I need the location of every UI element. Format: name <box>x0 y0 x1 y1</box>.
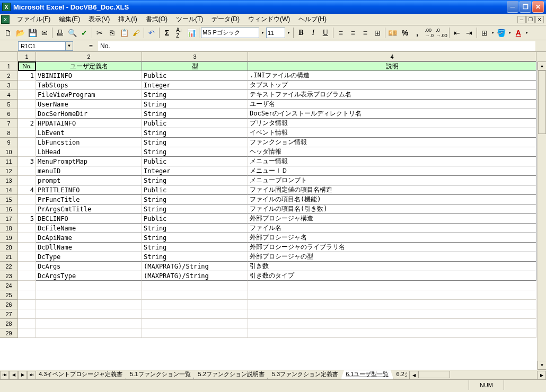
cell[interactable] <box>18 271 36 281</box>
cell[interactable]: String <box>142 224 248 233</box>
cell[interactable]: ファイル固定値の項目名構造 <box>248 185 536 195</box>
row-header[interactable]: 6 <box>0 109 18 119</box>
paste-button[interactable]: 📋 <box>118 27 130 39</box>
cell[interactable] <box>142 281 248 290</box>
cell[interactable]: 外部プロシージャの型 <box>248 252 536 262</box>
row-header[interactable]: 11 <box>0 157 18 166</box>
menu-item[interactable]: ファイル(F) <box>13 14 55 24</box>
cell[interactable] <box>248 281 536 290</box>
cell[interactable]: String <box>142 147 248 157</box>
cell[interactable]: String <box>142 128 248 138</box>
cell[interactable]: 2 <box>18 119 36 128</box>
cell[interactable]: 外部プロシージャのライブラリ名 <box>248 243 536 252</box>
cell[interactable]: Integer <box>142 81 248 90</box>
doc-restore-button[interactable]: ❐ <box>526 16 535 23</box>
cell[interactable]: 5 <box>18 214 36 224</box>
cell[interactable]: .INIファイルの構造 <box>248 71 536 81</box>
row-header[interactable]: 1 <box>0 61 18 71</box>
row-header[interactable]: 10 <box>0 147 18 157</box>
cell[interactable]: DcApiName <box>36 233 142 243</box>
cell[interactable] <box>248 328 536 338</box>
new-button[interactable]: 🗋 <box>2 27 14 39</box>
cell[interactable]: Public <box>142 214 248 224</box>
cell[interactable]: 型 <box>142 61 248 71</box>
col-header-2[interactable]: 2 <box>36 52 142 61</box>
row-header[interactable]: 4 <box>0 90 18 100</box>
cell[interactable]: (MAXPRATG)/String <box>142 271 248 281</box>
cell[interactable]: 引き数 <box>248 262 536 271</box>
font-name-select[interactable] <box>201 28 259 38</box>
menu-item[interactable]: 表示(V) <box>84 14 114 24</box>
vertical-scrollbar[interactable]: ▲ ▼ <box>537 61 546 370</box>
cell[interactable] <box>18 290 36 300</box>
cell[interactable] <box>18 166 36 176</box>
row-header[interactable]: 26 <box>0 300 18 309</box>
cell[interactable]: ユーザ名 <box>248 100 536 109</box>
row-header[interactable]: 17 <box>0 214 18 224</box>
cell[interactable] <box>18 176 36 185</box>
decrease-decimal-button[interactable]: .0→.00 <box>436 27 447 39</box>
cell[interactable]: PRTITLEINFO <box>36 185 142 195</box>
sheet-tab[interactable]: 5.1ファンクション一覧 <box>125 370 195 379</box>
autosum-button[interactable]: Σ <box>161 27 173 39</box>
row-header[interactable]: 28 <box>0 319 18 328</box>
cell[interactable]: String <box>142 90 248 100</box>
cell[interactable] <box>18 90 36 100</box>
cell[interactable]: VBINIINFO <box>36 71 142 81</box>
row-header[interactable]: 21 <box>0 252 18 262</box>
cell[interactable]: LbEvent <box>36 128 142 138</box>
format-painter-button[interactable]: 🖌 <box>130 27 142 39</box>
row-header[interactable]: 13 <box>0 176 18 185</box>
bold-button[interactable]: B <box>295 27 307 39</box>
cell[interactable]: タブストップ <box>248 81 536 90</box>
col-header-3[interactable]: 3 <box>142 52 248 61</box>
row-header[interactable]: 8 <box>0 128 18 138</box>
sort-asc-button[interactable]: A↓Z <box>173 27 185 39</box>
chart-button[interactable]: 📊 <box>186 27 197 39</box>
cell[interactable] <box>36 300 142 309</box>
scroll-down-button[interactable]: ▼ <box>538 361 546 370</box>
cell[interactable]: ヘッダ情報 <box>248 147 536 157</box>
cell[interactable]: Public <box>142 71 248 81</box>
cell[interactable]: ユーザ定義名 <box>36 61 142 71</box>
cell[interactable]: ファイル名 <box>248 224 536 233</box>
row-header[interactable]: 5 <box>0 100 18 109</box>
cell[interactable]: menuID <box>36 166 142 176</box>
align-right-button[interactable]: ≡ <box>359 27 371 39</box>
cell[interactable] <box>36 309 142 319</box>
tab-prev-button[interactable]: ◀ <box>9 371 18 379</box>
row-header[interactable]: 16 <box>0 204 18 214</box>
h-scroll-thumb[interactable] <box>418 371 450 378</box>
cell[interactable]: プリンタ情報 <box>248 119 536 128</box>
tab-next-button[interactable]: ▶ <box>18 371 27 379</box>
sheet-tab[interactable]: 6.1ユーザ型一覧 <box>341 370 393 379</box>
doc-minimize-button[interactable]: ─ <box>517 16 526 23</box>
cell[interactable]: LbHead <box>36 147 142 157</box>
tab-first-button[interactable]: ⏮ <box>0 371 9 379</box>
row-header[interactable]: 23 <box>0 271 18 281</box>
increase-indent-button[interactable]: ⇥ <box>463 27 475 39</box>
row-header[interactable]: 2 <box>0 71 18 81</box>
cell[interactable] <box>18 281 36 290</box>
underline-button[interactable]: U <box>320 27 331 39</box>
cell[interactable] <box>36 319 142 328</box>
borders-dropdown-icon[interactable]: ▾ <box>491 31 495 35</box>
cell[interactable] <box>248 300 536 309</box>
menu-item[interactable]: 挿入(I) <box>114 14 141 24</box>
cell[interactable] <box>18 300 36 309</box>
cell[interactable]: 説明 <box>248 61 536 71</box>
cell[interactable]: テキストファイル表示プログラム名 <box>248 90 536 100</box>
undo-button[interactable]: ↶ <box>146 27 157 39</box>
row-header[interactable]: 20 <box>0 243 18 252</box>
print-preview-button[interactable]: 🔍 <box>66 27 78 39</box>
cell[interactable]: DcType <box>36 252 142 262</box>
cell[interactable]: String <box>142 195 248 204</box>
excel-doc-icon[interactable]: X <box>1 15 10 24</box>
spellcheck-button[interactable]: ✓ <box>78 27 90 39</box>
cut-button[interactable]: ✂ <box>94 27 105 39</box>
cell[interactable] <box>18 262 36 271</box>
menu-item[interactable]: データ(D) <box>207 14 244 24</box>
font-size-select[interactable] <box>266 28 285 38</box>
cell[interactable]: ファンクション情報 <box>248 138 536 147</box>
maximize-button[interactable]: ❐ <box>519 1 531 13</box>
